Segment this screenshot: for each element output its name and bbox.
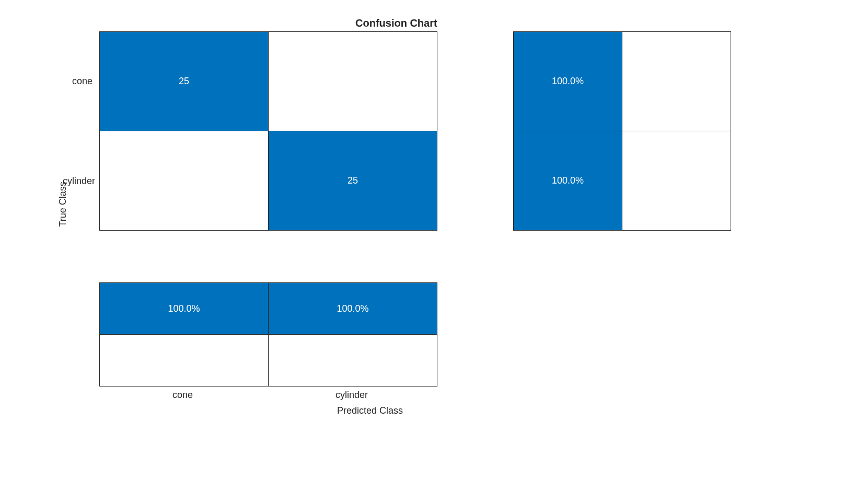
matrix-cell: 25 — [268, 131, 437, 231]
col-summary-cell — [268, 334, 437, 386]
col-summary-cell — [99, 334, 269, 386]
row-summary-cell: 100.0% — [513, 131, 622, 231]
row-summary-cell — [622, 131, 731, 231]
matrix-cell: 25 — [99, 31, 269, 131]
matrix-cell-value: 25 — [179, 76, 189, 87]
col-summary-value: 100.0% — [337, 303, 368, 314]
row-summary-cell: 100.0% — [513, 31, 622, 131]
col-summary-cell: 100.0% — [268, 282, 437, 335]
y-axis-label: True Class — [57, 173, 68, 236]
row-summary-cell — [622, 31, 731, 131]
y-tick-label: cone — [72, 76, 92, 87]
x-axis-label: Predicted Class — [337, 405, 403, 416]
matrix-cell — [268, 31, 437, 131]
col-summary-value: 100.0% — [168, 303, 200, 314]
matrix-cell-value: 25 — [348, 175, 358, 186]
matrix-cell — [99, 131, 269, 231]
row-summary-value: 100.0% — [552, 175, 584, 186]
row-summary-value: 100.0% — [552, 76, 584, 87]
col-summary-cell: 100.0% — [99, 282, 269, 335]
x-tick-label: cylinder — [335, 390, 368, 401]
x-tick-label: cone — [172, 390, 193, 401]
chart-title: Confusion Chart — [355, 17, 437, 29]
